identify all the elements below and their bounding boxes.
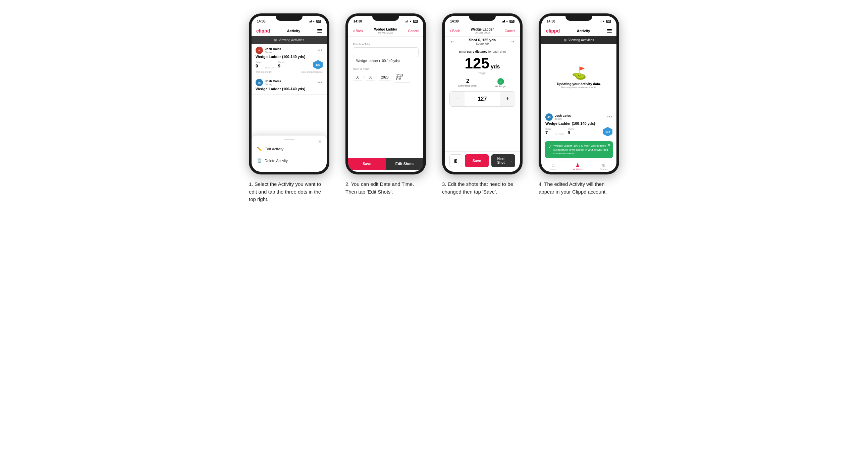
practice-title-input-2[interactable] bbox=[353, 47, 418, 57]
nav-capture-4[interactable]: ⊕ Capture bbox=[600, 162, 608, 170]
shot-stats-3: 2 Difference (yds) ✓ Hit Target bbox=[450, 78, 515, 88]
shots-val-4: 9 bbox=[568, 130, 574, 135]
user-details-1: Josh Coles Today bbox=[265, 47, 281, 54]
form-title-main-3: Wedge Ladder bbox=[471, 28, 494, 31]
signal-bars-3 bbox=[502, 20, 505, 23]
phone-notch-3 bbox=[469, 13, 496, 21]
next-arrow-3[interactable]: → bbox=[509, 38, 515, 45]
year-input-2[interactable]: 2023 bbox=[379, 74, 391, 81]
arrow-right-icon-3: → bbox=[509, 159, 513, 163]
phone-4: 14:38 ▲ 3G clippd Activity bbox=[539, 13, 619, 175]
trash-icon: 🗑️ bbox=[257, 158, 262, 163]
status-time-4: 14:38 bbox=[547, 20, 555, 23]
save-button-2[interactable]: Save bbox=[348, 158, 386, 170]
avatar-2: JC bbox=[255, 79, 263, 86]
caption-4: 4. The edited Activity will then appear … bbox=[539, 181, 619, 195]
activities-label-4: Activities bbox=[573, 168, 583, 170]
day-input-2[interactable]: 06 bbox=[353, 74, 362, 81]
delete-activity-item[interactable]: 🗑️ Delete Activity bbox=[257, 155, 321, 166]
phone-1-column: 14:38 ▲ 3G clippd Activity bbox=[246, 13, 333, 203]
month-input-2[interactable]: 03 bbox=[366, 74, 375, 81]
nav-activities-4[interactable]: ♟ Activities bbox=[573, 162, 583, 170]
bottom-sheet-1: ✕ ✏️ Edit Activity 🗑️ Delete Activity bbox=[252, 135, 327, 172]
phone-notch-4 bbox=[565, 13, 592, 21]
dots-btn-2[interactable]: ••• bbox=[317, 80, 323, 85]
counter-value-3: 127 bbox=[468, 96, 497, 102]
header-title-4: Activity bbox=[577, 29, 590, 33]
sheet-close-1[interactable]: ✕ bbox=[318, 139, 322, 144]
dots-btn-4[interactable]: ••• bbox=[607, 115, 613, 119]
card-stats-4: Score 7 OUT OF Shots 9 118 bbox=[545, 127, 613, 136]
prev-arrow-3[interactable]: ← bbox=[450, 38, 456, 45]
home-icon-4: ⌂ bbox=[552, 162, 554, 168]
status-icons-3: ▲ 3G bbox=[502, 20, 515, 23]
shot-nav-3: ← Shot 6, 125 yds Score 7/9 → bbox=[445, 37, 520, 46]
avatar-1: JC bbox=[255, 46, 263, 54]
pencil-icon: ✏️ bbox=[257, 147, 262, 151]
edit-shots-button-2[interactable]: Edit Shots bbox=[386, 158, 423, 170]
diff-label-3: Difference (yds) bbox=[458, 84, 477, 87]
phone-4-screen: 14:38 ▲ 3G clippd Activity bbox=[541, 16, 616, 172]
activity-card-2: JC Josh Coles Today ••• Wedge Ladder (10… bbox=[252, 76, 327, 95]
decrement-btn-3[interactable]: − bbox=[450, 92, 465, 106]
logo-4: clippd bbox=[546, 28, 560, 34]
toast-close-4[interactable]: ✕ bbox=[608, 143, 611, 147]
next-shot-btn-3[interactable]: Next Shot → bbox=[491, 154, 515, 167]
cancel-btn-3[interactable]: Cancel bbox=[505, 29, 515, 33]
form-header-title-2: Wedge Ladder 06 Mar 2023 bbox=[374, 28, 398, 34]
score-val-4: 7 bbox=[545, 130, 551, 135]
golf-flag-icon-4: ⛳ bbox=[571, 66, 587, 80]
card-header-2: JC Josh Coles Today ••• bbox=[255, 79, 323, 86]
card-stats-1: Score 9 OUT OF Shots 9 130 bbox=[255, 60, 323, 69]
capture-label-4: Capture bbox=[600, 168, 608, 170]
user-name-1: Josh Coles bbox=[265, 47, 281, 51]
phone-1: 14:38 ▲ 3G clippd Activity bbox=[249, 13, 329, 175]
signal-bars-4 bbox=[599, 20, 601, 23]
hamburger-menu-4[interactable] bbox=[607, 29, 612, 33]
shots-stat-1: Shots 9 bbox=[278, 61, 284, 68]
card-title-2: Wedge Ladder (100-140 yds) bbox=[255, 87, 323, 91]
increment-btn-3[interactable]: + bbox=[500, 92, 515, 106]
phones-row: 14:38 ▲ 3G clippd Activity bbox=[246, 13, 622, 203]
header-title-1: Activity bbox=[287, 29, 301, 33]
success-toast-4: ✓ "Wedge Ladder (100-140 yds)" was updat… bbox=[545, 141, 613, 158]
user-details-2: Josh Coles Today bbox=[265, 80, 281, 86]
dots-btn-1[interactable]: ••• bbox=[317, 48, 323, 53]
score-label-4: Score bbox=[545, 128, 551, 130]
diff-val-3: 2 bbox=[466, 78, 469, 84]
back-btn-2[interactable]: < Back bbox=[353, 29, 363, 33]
save-shot-btn-3[interactable]: Save bbox=[465, 154, 489, 167]
edit-activity-item[interactable]: ✏️ Edit Activity bbox=[257, 143, 321, 155]
wifi-icon-3: ▲ bbox=[506, 20, 508, 23]
form-title-sub-3: 06 Mar 2023 bbox=[474, 31, 490, 34]
card-title-1: Wedge Ladder (100-140 yds) bbox=[255, 55, 323, 59]
hit-stat-3: ✓ Hit Target bbox=[495, 78, 506, 88]
form-header-title-3: Wedge Ladder 06 Mar 2023 bbox=[471, 28, 494, 34]
carry-label-3: Enter carry distance for each shot bbox=[459, 50, 506, 53]
shot-title-3: Shot 6, 125 yds Score 7/9 bbox=[469, 38, 496, 45]
phone-3: 14:39 ▲ 3G < Back Wedge Ladder 06 Mar 20… bbox=[442, 13, 523, 175]
banner-text-4: Viewing Activities bbox=[568, 38, 594, 42]
trash-btn-3[interactable]: 🗑 bbox=[450, 154, 462, 167]
toast-text-4: "Wedge Ladder (100-140 yds)" was updated… bbox=[553, 144, 610, 155]
phone-2-screen: 14:38 ▲ 3G < Back Wedge Ladder 06 Mar 20… bbox=[348, 16, 423, 172]
caption-1: 1. Select the Activity you want to edit … bbox=[249, 181, 329, 203]
hit-target-icon-3: ✓ bbox=[497, 78, 504, 85]
score-stat-4: Score 7 bbox=[545, 128, 551, 135]
sep-1-2: / bbox=[364, 75, 365, 79]
time-input-2[interactable]: 1:13 PM bbox=[395, 72, 410, 83]
signal-bars-2 bbox=[405, 20, 408, 23]
outof-1: OUT OF bbox=[265, 66, 274, 69]
nav-home-4[interactable]: ⌂ Home bbox=[550, 162, 556, 170]
hamburger-menu-1[interactable] bbox=[317, 29, 322, 33]
footer-info-1: Test Information bbox=[255, 71, 272, 73]
edit-activity-label: Edit Activity bbox=[265, 147, 283, 151]
user-info-1: JC Josh Coles Today bbox=[255, 46, 281, 54]
loading-text-4: Updating your activity data. bbox=[557, 82, 601, 86]
cancel-btn-2[interactable]: Cancel bbox=[408, 29, 418, 33]
back-btn-3[interactable]: < Back bbox=[450, 29, 460, 33]
status-icons-1: ▲ 3G bbox=[309, 20, 321, 23]
home-label-4: Home bbox=[550, 168, 556, 170]
phone-3-column: 14:39 ▲ 3G < Back Wedge Ladder 06 Mar 20… bbox=[439, 13, 526, 195]
user-date-2: Today bbox=[265, 83, 281, 86]
